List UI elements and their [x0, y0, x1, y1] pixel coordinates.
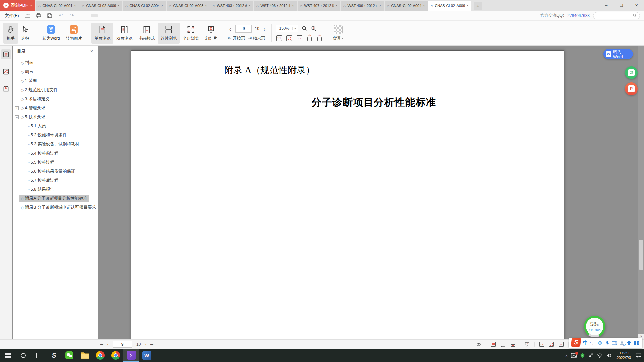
continuous-view-button[interactable] — [510, 342, 516, 347]
taskbar-app-pdf-reader[interactable] — [123, 349, 139, 362]
menu-item[interactable] — [127, 14, 134, 17]
actual-size-button[interactable]: 1:1 — [276, 35, 282, 41]
next-page-button[interactable]: › — [262, 26, 267, 32]
toc-expander[interactable] — [15, 206, 19, 209]
select-tool-button[interactable]: 选择 — [18, 23, 33, 44]
thumbnails-panel-button[interactable] — [1, 67, 11, 77]
toc-item[interactable]: ○ 5.7 检验后过程 — [13, 176, 98, 185]
eye-protection-icon[interactable] — [476, 341, 482, 347]
rotate-right-button[interactable]: ↷ — [316, 35, 323, 41]
single-page-view-button[interactable] — [491, 342, 496, 347]
fullscreen-view-button[interactable]: 全屏浏览 — [180, 23, 202, 44]
document-tab[interactable]: ⌂ WST 403：2012 临... ✕ — [210, 1, 253, 11]
menu-item[interactable] — [145, 14, 152, 17]
ppt-floating-button[interactable]: P — [625, 82, 638, 95]
two-page-view-button[interactable] — [500, 342, 506, 347]
tab-close-icon[interactable]: ✕ — [74, 4, 76, 7]
toc-expander[interactable] — [22, 170, 26, 173]
tab-close-icon[interactable]: ✕ — [379, 4, 382, 7]
toc-expander[interactable]: − — [15, 115, 19, 119]
fit-width-button[interactable]: ‹ › — [558, 342, 564, 347]
next-page-button[interactable]: › — [145, 342, 146, 347]
app-menu-button[interactable]: 即刻PDF ▾ — [0, 0, 35, 11]
ime-account-icon[interactable]: 17 — [620, 341, 624, 345]
toc-expander[interactable] — [22, 179, 26, 182]
actual-size-button[interactable]: 1:1 — [539, 342, 544, 347]
toc-item[interactable]: ◇ 2 规范性引用文件 — [13, 85, 98, 95]
tab-close-icon[interactable]: ✕ — [161, 4, 164, 7]
download-progress-badge[interactable]: 58% ↑11.7K/s — [584, 316, 605, 337]
tab-close-icon[interactable]: ✕ — [205, 4, 207, 7]
ime-toolbox-icon[interactable] — [634, 341, 639, 345]
taskbar-app-browser-2[interactable] — [108, 349, 123, 362]
qq-contact-number[interactable]: 2784067633 — [567, 13, 590, 18]
taskbar-app-explorer[interactable] — [77, 349, 93, 362]
open-file-icon[interactable] — [24, 12, 31, 19]
ime-punctuation-icon[interactable]: ’， — [590, 341, 595, 346]
search-input[interactable] — [593, 12, 640, 19]
toc-panel-button[interactable] — [1, 49, 11, 59]
taskbar-app-word[interactable]: W — [139, 349, 154, 362]
fit-page-button[interactable] — [549, 342, 554, 347]
toc-expander[interactable] — [15, 197, 19, 200]
taskbar-app-wechat[interactable] — [62, 349, 77, 362]
close-panel-icon[interactable]: ✕ — [90, 49, 93, 54]
close-button[interactable]: ✕ — [629, 0, 644, 11]
toc-expander[interactable] — [15, 61, 19, 65]
taskbar-app-snipping[interactable]: S — [46, 349, 62, 362]
zoom-out-icon[interactable] — [301, 25, 308, 32]
toc-item[interactable]: ○ 5.6 检验结果质量的保证 — [13, 167, 98, 176]
slideshow-button[interactable]: P 幻灯片 — [202, 23, 220, 44]
grab-tool-button[interactable]: 抓手 — [3, 23, 18, 44]
tab-close-icon[interactable]: ✕ — [466, 4, 469, 7]
document-tab[interactable]: ⌂ CNAS-CL02-A009... ✕ — [428, 1, 471, 11]
vertical-scrollbar[interactable]: ∨ — [638, 46, 644, 339]
scrollbar-thumb[interactable] — [639, 240, 643, 270]
tab-close-icon[interactable]: ✕ — [335, 4, 338, 7]
save-icon[interactable] — [47, 12, 53, 19]
document-tab[interactable]: ⌂ CNAS-CL02-A001... ✕ — [36, 1, 79, 11]
tray-screenshot-icon[interactable] — [571, 353, 577, 358]
toc-item[interactable]: ◇ 附录A 分子诊断项目分析性能标准 — [13, 194, 98, 203]
feedback-floating-button[interactable] — [625, 66, 638, 79]
tab-close-icon[interactable]: ✕ — [292, 4, 294, 7]
ime-language-mode[interactable]: 中 — [583, 340, 588, 346]
menu-item[interactable] — [109, 14, 116, 17]
menu-item[interactable] — [163, 14, 170, 17]
ime-logo-icon[interactable]: S — [571, 338, 581, 347]
taskbar-app-browser-1[interactable] — [93, 349, 108, 362]
ime-emoji-icon[interactable]: ☺ — [597, 340, 603, 346]
zoom-in-icon[interactable] — [311, 25, 317, 32]
fit-width-button[interactable]: ‹ › — [296, 35, 303, 41]
tray-antenna-icon[interactable] — [588, 353, 594, 358]
page-number-input[interactable] — [235, 25, 252, 33]
volume-icon[interactable] — [606, 353, 612, 358]
search-button[interactable] — [15, 349, 31, 362]
bookmarks-panel-button[interactable] — [1, 84, 11, 94]
taskbar-clock[interactable]: 17:39 2022/7/3 — [615, 351, 632, 360]
toc-item[interactable]: ○ 5.4 检验前过程 — [13, 149, 98, 158]
task-view-button[interactable] — [31, 349, 46, 362]
single-page-view-button[interactable]: 单页浏览 — [91, 23, 113, 44]
document-tab[interactable]: ⌂ CNAS-CL02-A003... ✕ — [167, 1, 210, 11]
tab-close-icon[interactable]: ✕ — [423, 4, 425, 7]
toc-expander[interactable] — [22, 152, 26, 155]
toc-expander[interactable] — [22, 188, 26, 191]
toc-expander[interactable] — [15, 97, 19, 101]
convert-to-word-button[interactable]: W 转为Word — [39, 23, 63, 44]
file-menu[interactable]: 文件(F) — [5, 13, 19, 19]
toc-item[interactable]: ○ 5.8 结果报告 — [13, 185, 98, 194]
toc-expander[interactable] — [15, 70, 19, 74]
document-tab[interactable]: ⌂ CNAS-CL02-A009... ✕ — [79, 1, 122, 11]
print-icon[interactable] — [36, 12, 42, 19]
ime-keyboard-icon[interactable] — [612, 341, 617, 345]
undo-icon[interactable]: ↶ — [58, 12, 64, 19]
background-button[interactable]: 背景▾ — [330, 25, 346, 41]
toc-item[interactable]: ◇ 前言 — [13, 67, 98, 76]
action-center-icon[interactable] — [636, 353, 641, 358]
previous-page-button[interactable]: ‹ — [107, 342, 109, 347]
toc-item[interactable]: − ◇ 5 技术要求 — [13, 113, 98, 122]
maximize-button[interactable]: ❐ — [614, 0, 629, 11]
toc-expander[interactable] — [22, 161, 26, 164]
document-tab[interactable]: ⌂ WST 407：2012 医... ✕ — [298, 1, 340, 11]
